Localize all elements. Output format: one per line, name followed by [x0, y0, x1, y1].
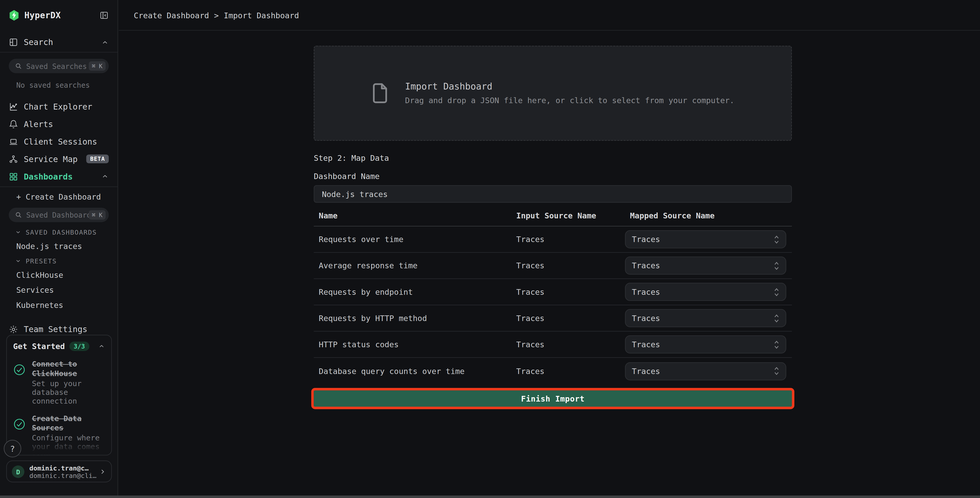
sidebar-item-alerts[interactable]: Alerts: [0, 115, 118, 133]
finish-import-button[interactable]: Finish Import: [313, 391, 792, 407]
chevron-updown-icon: [773, 287, 780, 297]
page-header: Create Dashboard > Import Dashboard: [119, 0, 980, 30]
search-icon: [15, 211, 22, 219]
dashboard-name-label: Dashboard Name: [313, 171, 792, 180]
row-input-source: Traces: [511, 235, 625, 244]
table-row: Database query counts over time Traces T…: [313, 358, 792, 384]
import-dropzone[interactable]: Import Dashboard Drag and drop a JSON fi…: [313, 46, 792, 141]
chevron-up-icon[interactable]: [98, 343, 105, 350]
saved-dashboards-input[interactable]: Saved Dashboards ⌘ K: [9, 208, 109, 222]
get-started-item[interactable]: Connect to ClickHouse Set up your databa…: [12, 360, 106, 405]
get-started-item-desc: Configure where your data comes from: [32, 433, 106, 455]
laptop-icon: [9, 137, 18, 146]
table-row: HTTP status codes Traces Traces: [313, 332, 792, 358]
row-input-source: Traces: [511, 287, 625, 296]
saved-dashboards-placeholder: Saved Dashboards: [26, 211, 89, 219]
table-header-row: Name Input Source Name Mapped Source Nam…: [313, 211, 792, 227]
logo-row: HyperDX: [0, 0, 118, 30]
tree-item-clickhouse[interactable]: ClickHouse: [16, 270, 118, 279]
tree-group-saved-dashboards[interactable]: SAVED DASHBOARDS: [15, 228, 118, 236]
column-header-input-source: Input Source Name: [511, 211, 625, 220]
sidebar-item-dashboards[interactable]: Dashboards: [0, 168, 118, 185]
mapped-source-select[interactable]: Traces: [625, 335, 786, 354]
select-value: Traces: [632, 235, 773, 244]
import-content: Import Dashboard Drag and drop a JSON fi…: [313, 46, 792, 407]
sidebar-item-service-map[interactable]: Service Map BETA: [0, 150, 118, 168]
sidebar-collapse-icon[interactable]: [100, 10, 109, 19]
chevron-up-icon[interactable]: [101, 38, 109, 46]
tree-group-label: PRESETS: [26, 257, 57, 265]
get-started-item[interactable]: Create Data Sources Configure where your…: [12, 414, 106, 456]
saved-searches-input[interactable]: Saved Searches ⌘ K: [9, 59, 109, 73]
row-input-source: Traces: [511, 340, 625, 349]
get-started-item-title: Create Data Sources: [32, 414, 106, 433]
horizontal-scrollbar[interactable]: [0, 495, 980, 498]
chevron-down-icon: [15, 229, 21, 235]
table-row: Requests by endpoint Traces Traces: [313, 279, 792, 305]
select-value: Traces: [632, 340, 773, 349]
beta-badge: BETA: [86, 155, 109, 163]
sidebar-nav: Chart Explorer Alerts Client Sessions Se…: [0, 97, 118, 187]
mapped-source-select[interactable]: Traces: [625, 362, 786, 380]
tree-item-nodejs-traces[interactable]: Node.js traces: [16, 241, 118, 251]
chevron-updown-icon: [773, 234, 780, 244]
search-layout-icon: [9, 38, 18, 47]
sidebar-item-label: Client Sessions: [24, 137, 109, 146]
tree-item-services[interactable]: Services: [16, 285, 118, 295]
sidebar: HyperDX Search Saved Searches ⌘ K No sav…: [0, 0, 118, 498]
chevron-right-icon: [99, 468, 106, 475]
sidebar-item-chart-explorer[interactable]: Chart Explorer: [0, 97, 118, 115]
sidebar-item-label: Dashboards: [24, 172, 101, 181]
table-row: Requests by HTTP method Traces Traces: [313, 305, 792, 332]
dashboard-name-input[interactable]: [313, 185, 792, 203]
avatar: D: [12, 465, 24, 478]
get-started-card: Get Started 3/3 Connect to ClickHouse Se…: [6, 335, 112, 455]
user-menu[interactable]: D dominic.tran@c… dominic.tran@cli…: [6, 460, 112, 482]
progress-badge: 3/3: [69, 342, 89, 351]
help-button[interactable]: ?: [4, 440, 21, 457]
dropzone-subtitle: Drag and drop a JSON file here, or click…: [405, 96, 735, 105]
breadcrumb-create-dashboard[interactable]: Create Dashboard: [134, 10, 209, 19]
search-section-label: Search: [24, 38, 101, 47]
dashboards-tree: SAVED DASHBOARDS Node.js traces PRESETS …: [0, 228, 118, 310]
row-input-source: Traces: [511, 261, 625, 270]
mapped-source-select[interactable]: Traces: [625, 309, 786, 327]
select-value: Traces: [632, 261, 773, 270]
mapped-source-select[interactable]: Traces: [625, 257, 786, 275]
mapping-table: Name Input Source Name Mapped Source Nam…: [313, 211, 792, 384]
user-email: dominic.tran@cli…: [29, 471, 96, 479]
chevron-updown-icon: [773, 260, 780, 271]
tree-item-kubernetes[interactable]: Kubernetes: [16, 300, 118, 310]
service-map-icon: [9, 154, 18, 164]
get-started-item-title: Connect to ClickHouse: [32, 360, 106, 378]
tree-group-presets[interactable]: PRESETS: [15, 257, 118, 265]
get-started-item-desc: Set up your database connection: [32, 379, 106, 405]
mapped-source-select[interactable]: Traces: [625, 230, 786, 249]
divider: [0, 187, 118, 187]
chevron-up-icon[interactable]: [101, 172, 109, 180]
bell-icon: [9, 119, 18, 128]
create-dashboard-button[interactable]: + Create Dashboard: [16, 192, 118, 201]
check-circle-icon: [13, 364, 26, 405]
select-value: Traces: [632, 366, 773, 375]
breadcrumb-separator: >: [214, 10, 218, 19]
sidebar-item-label: Chart Explorer: [24, 102, 109, 111]
user-name: dominic.tran@c…: [29, 464, 96, 471]
chart-explorer-icon: [9, 102, 18, 111]
annotation-highlight: Finish Import: [313, 391, 792, 407]
breadcrumb-import-dashboard[interactable]: Import Dashboard: [224, 10, 299, 19]
row-name: Requests over time: [313, 235, 511, 244]
mapped-source-select[interactable]: Traces: [625, 283, 786, 301]
column-header-mapped-source: Mapped Source Name: [625, 211, 792, 220]
file-icon: [371, 82, 389, 105]
table-row: Average response time Traces Traces: [313, 253, 792, 279]
select-value: Traces: [632, 314, 773, 323]
saved-searches-placeholder: Saved Searches: [26, 62, 89, 70]
row-input-source: Traces: [511, 314, 625, 323]
search-section-header[interactable]: Search: [0, 32, 118, 53]
app-window: HyperDX Search Saved Searches ⌘ K No sav…: [0, 0, 980, 498]
sidebar-item-client-sessions[interactable]: Client Sessions: [0, 133, 118, 150]
chevron-updown-icon: [773, 366, 780, 376]
gear-icon: [9, 324, 18, 334]
column-header-name: Name: [313, 211, 511, 220]
